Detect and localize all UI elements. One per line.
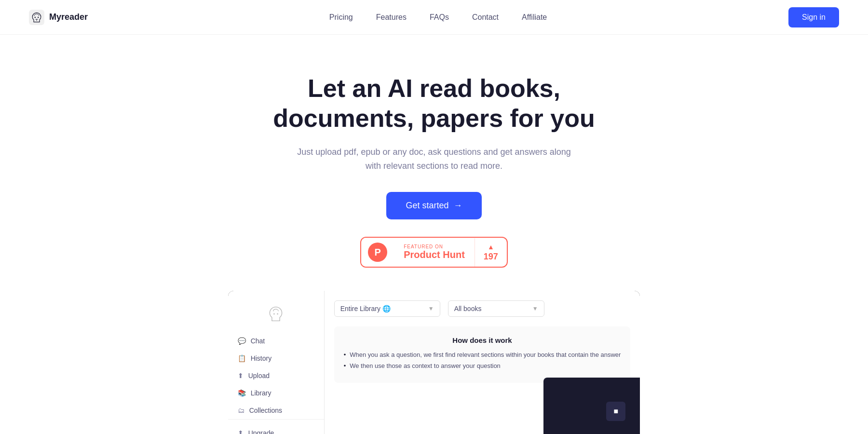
arrow-icon: → [454, 201, 462, 211]
library-select-label: Entire Library 🌐 [340, 305, 391, 312]
ph-text-wrap: FEATURED ON Product Hunt [394, 239, 475, 265]
sidebar-bottom: ⬆ Upgrade 🛠 Support 👤 Affiliate [228, 419, 324, 434]
hero-subtitle: Just upload pdf, epub or any doc, ask qu… [289, 145, 579, 173]
library-select[interactable]: Entire Library 🌐 ▼ [334, 300, 440, 317]
sidebar-item-collections[interactable]: 🗂 Collections [228, 402, 324, 419]
app-content-area: How does it work • When you ask a questi… [334, 326, 631, 383]
upgrade-icon: ⬆ [238, 429, 244, 434]
nav-affiliate[interactable]: Affiliate [522, 13, 547, 22]
svg-point-4 [277, 313, 278, 315]
ph-featured-label: FEATURED ON [404, 244, 443, 249]
nav-pricing[interactable]: Pricing [329, 13, 353, 22]
sidebar-label-history: History [251, 354, 272, 362]
nav-contact[interactable]: Contact [472, 13, 499, 22]
library-icon: 📚 [238, 389, 246, 397]
svg-point-3 [273, 313, 275, 315]
sidebar-item-history[interactable]: 📋 History [228, 350, 324, 367]
product-hunt-badge[interactable]: P FEATURED ON Product Hunt ▲ 197 [360, 237, 508, 268]
brand-logo[interactable]: Myreader [29, 10, 88, 25]
sidebar-item-library[interactable]: 📚 Library [228, 384, 324, 402]
hero-section: Let an AI read books, documents, papers … [0, 35, 868, 434]
sidebar-item-upgrade[interactable]: ⬆ Upgrade [228, 424, 324, 434]
library-chevron-icon: ▼ [428, 305, 434, 312]
sidebar-brain-icon [267, 305, 285, 323]
svg-rect-0 [29, 10, 44, 25]
brand-name: Myreader [49, 12, 88, 22]
bullet-dot-1: • [344, 351, 346, 358]
books-select[interactable]: All books ▼ [448, 300, 544, 317]
signin-button[interactable]: Sign in [788, 7, 839, 27]
ph-votes: ▲ 197 [475, 238, 507, 267]
ph-vote-count: 197 [484, 252, 498, 262]
upload-icon: ⬆ [238, 372, 244, 380]
books-select-label: All books [454, 305, 482, 312]
get-started-button[interactable]: Get started → [386, 192, 481, 219]
collections-icon: 🗂 [238, 407, 244, 414]
sidebar-item-upload[interactable]: ⬆ Upload [228, 367, 324, 384]
dark-corner-button[interactable]: ■ [606, 402, 625, 421]
history-icon: 📋 [238, 354, 246, 362]
nav-features[interactable]: Features [376, 13, 407, 22]
app-preview-container: 💬 Chat 📋 History ⬆ Upload 📚 Library [180, 291, 689, 434]
bullet-text-1: When you ask a question, we first find r… [350, 351, 621, 358]
bullet-dot-2: • [344, 362, 346, 369]
sidebar-label-upload: Upload [248, 372, 270, 380]
navbar: Myreader Pricing Features FAQs Contact A… [0, 0, 868, 35]
app-sidebar: 💬 Chat 📋 History ⬆ Upload 📚 Library [228, 291, 325, 434]
bullet-text-2: We then use those as context to answer y… [350, 362, 501, 369]
nav-faqs[interactable]: FAQs [430, 13, 449, 22]
hero-title: Let an AI read books, documents, papers … [265, 73, 603, 134]
ph-logo-circle: P [368, 243, 387, 262]
dark-corner-decoration: ■ [543, 378, 640, 434]
get-started-label: Get started [406, 201, 448, 211]
ph-name: Product Hunt [404, 249, 465, 260]
svg-point-1 [35, 16, 36, 17]
sidebar-logo [228, 300, 324, 332]
chat-icon: 💬 [238, 337, 246, 345]
brain-icon [29, 10, 44, 25]
content-title: How does it work [344, 336, 621, 344]
sidebar-item-chat[interactable]: 💬 Chat [228, 332, 324, 350]
app-preview: 💬 Chat 📋 History ⬆ Upload 📚 Library [228, 291, 640, 434]
ph-upvote-arrow: ▲ [488, 243, 494, 251]
bullet-2: • We then use those as context to answer… [344, 362, 621, 369]
bullet-1: • When you ask a question, we first find… [344, 351, 621, 358]
books-chevron-icon: ▼ [532, 305, 538, 312]
ph-logo-wrap: P [361, 238, 394, 267]
sidebar-label-chat: Chat [251, 337, 265, 345]
sidebar-label-library: Library [251, 389, 271, 397]
svg-point-2 [38, 16, 39, 17]
sidebar-label-upgrade: Upgrade [248, 429, 274, 434]
sidebar-label-collections: Collections [249, 407, 282, 414]
nav-links: Pricing Features FAQs Contact Affiliate [329, 13, 547, 22]
app-toolbar: Entire Library 🌐 ▼ All books ▼ [334, 300, 631, 317]
stop-icon: ■ [614, 407, 619, 416]
